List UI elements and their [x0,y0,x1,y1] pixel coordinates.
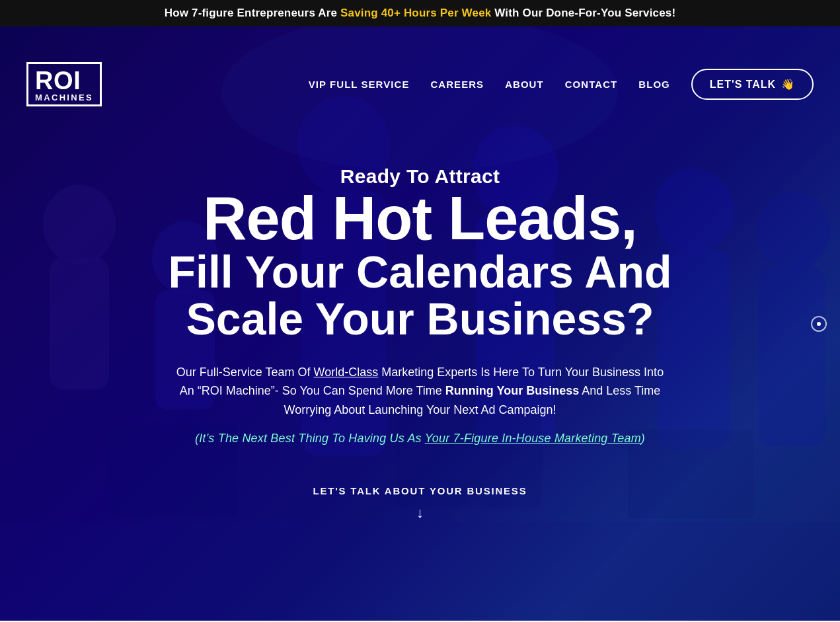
hero-title-3: Scale Your Business? [169,295,672,342]
top-banner: How 7-figure Entrepreneurs Are Saving 40… [0,0,840,26]
hero-content: Ready To Attract Red Hot Leads, Fill You… [142,86,699,561]
hero-italic-text: (It’s The Next Best Thing To Having Us A… [169,432,672,446]
logo-machines: MACHINES [35,93,93,102]
hero-title-1: Red Hot Leads, [169,188,672,249]
hero-title-2: Fill Your Calendars And [169,249,672,295]
hero-italic-link[interactable]: Your 7-Figure In-House Marketing Team [425,432,641,445]
nav-about[interactable]: ABOUT [505,79,544,90]
banner-text-before: How 7-figure Entrepreneurs Are [165,7,340,19]
svg-point-11 [757,192,829,271]
svg-point-1 [43,185,116,264]
hero-desc-link[interactable]: World-Class [314,366,379,379]
lets-talk-button[interactable]: LET'S TALK 👋 [691,69,814,100]
hero-section: ROI MACHINES VIP FULL SERVICE CAREERS AB… [0,26,840,621]
hero-cta-label: LET'S TALK ABOUT YOUR BUSINESS [313,485,527,496]
side-dot-indicator[interactable] [811,316,827,332]
hero-italic-part1: (It’s The Next Best Thing To Having Us A… [195,432,425,445]
nav-blog[interactable]: BLOG [638,79,670,90]
hero-desc-bold: Running Your Business [445,384,579,397]
logo[interactable]: ROI MACHINES [26,62,102,106]
svg-rect-2 [50,258,109,390]
nav-contact[interactable]: CONTACT [565,79,618,90]
logo-roi: ROI [35,68,81,93]
hero-arrow-down[interactable]: ↓ [416,504,424,522]
lets-talk-label: LET'S TALK [710,79,776,91]
hero-cta-section: LET'S TALK ABOUT YOUR BUSINESS ↓ [169,485,672,522]
hero-desc-part1: Our Full-Service Team Of [176,366,314,379]
lets-talk-emoji: 👋 [781,78,795,91]
banner-highlight: Saving 40+ Hours Per Week [340,7,491,19]
header: ROI MACHINES VIP FULL SERVICE CAREERS AB… [0,54,840,114]
hero-description: Our Full-Service Team Of World-Class Mar… [169,363,671,420]
main-nav: VIP FULL SERVICE CAREERS ABOUT CONTACT B… [309,69,814,100]
nav-vip-full-service[interactable]: VIP FULL SERVICE [309,79,410,90]
svg-rect-12 [759,268,825,446]
hero-italic-part2: ) [641,432,645,445]
banner-text-after: With Our Done-For-You Services! [491,7,675,19]
nav-careers[interactable]: CAREERS [430,79,484,90]
